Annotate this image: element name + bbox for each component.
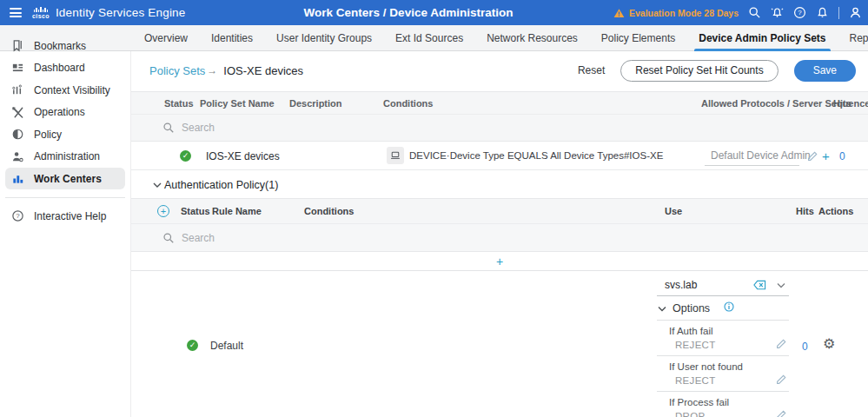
edit-option-icon[interactable]: [775, 409, 787, 417]
col-status: Status: [181, 206, 210, 216]
svg-text:?: ?: [798, 9, 802, 17]
tab-device-admin-policy-sets[interactable]: Device Admin Policy Sets: [699, 25, 825, 51]
add-policy-set-icon[interactable]: +: [822, 149, 830, 162]
policy-sets-table-header: Status Policy Set Name Description Condi…: [131, 91, 868, 114]
context-visibility-icon: [11, 83, 24, 96]
chevron-down-icon[interactable]: [777, 282, 785, 288]
policy-set-row: ✓ IOS-XE devices DEVICE·Device Type EQUA…: [131, 142, 868, 170]
identity-store-select[interactable]: svs.lab: [657, 275, 789, 296]
breadcrumb-policy-sets-link[interactable]: Policy Sets: [149, 64, 205, 77]
search-icon: [162, 232, 175, 244]
use-column-panel: svs.lab Options If Auth fail REJECT If U…: [657, 275, 789, 417]
option-if-process-fail: If Process fail DROP: [657, 392, 789, 417]
sidebar-item-label: Bookmarks: [34, 40, 86, 52]
notifications-bell-icon[interactable]: [816, 6, 829, 19]
edit-option-icon[interactable]: [775, 338, 787, 350]
sidebar-item-dashboard[interactable]: Dashboard: [5, 57, 125, 79]
interactive-help-icon: ?: [11, 209, 24, 222]
sidebar-item-policy[interactable]: Policy: [5, 123, 125, 145]
reset-button[interactable]: Reset: [578, 64, 605, 76]
authentication-policy-section-toggle[interactable]: Authentication Policy(1): [131, 176, 278, 194]
tab-user-identity-groups[interactable]: User Identity Groups: [276, 25, 372, 51]
bookmark-icon: [11, 39, 24, 52]
edit-option-icon[interactable]: [775, 374, 787, 386]
auth-policy-search-input[interactable]: [182, 232, 868, 244]
sidebar-item-label: Work Centers: [34, 173, 102, 185]
policy-sets-search-row: [131, 114, 868, 142]
auth-policy-search-row: [131, 223, 868, 252]
policy-set-name[interactable]: IOS-XE devices: [206, 150, 280, 162]
tab-network-resources[interactable]: Network Resources: [487, 25, 578, 51]
allowed-protocols-select[interactable]: Default Device Admin: [711, 149, 811, 162]
sidebar-item-operations[interactable]: Operations: [5, 102, 125, 123]
col-rule-name: Rule Name: [212, 206, 262, 216]
allowed-protocols-underline: [705, 165, 799, 166]
insert-rule-plus[interactable]: +: [496, 255, 503, 268]
policy-set-hits: 0: [839, 150, 845, 162]
announcements-icon[interactable]: [771, 6, 784, 19]
rule-name[interactable]: Default: [210, 340, 243, 352]
cisco-logo-bars-icon: [32, 7, 50, 12]
app-title: Identity Services Engine: [56, 6, 186, 19]
col-conditions: Conditions: [304, 206, 354, 216]
option-value: REJECT: [657, 340, 789, 350]
sidebar-item-label: Context Visibility: [34, 84, 110, 96]
search-icon[interactable]: [748, 6, 761, 19]
evaluation-mode-badge[interactable]: Evaluation Mode 28 Days: [613, 8, 739, 18]
add-rule-icon[interactable]: +: [157, 205, 169, 217]
rule-actions-gear-icon[interactable]: ⚙: [823, 337, 835, 351]
sidebar-item-label: Administration: [34, 150, 100, 162]
info-icon[interactable]: [724, 301, 734, 312]
sidebar-divider: [5, 197, 125, 198]
sidebar-item-work-centers[interactable]: Work Centers: [5, 168, 125, 189]
sidebar-item-administration[interactable]: Administration: [5, 146, 125, 168]
col-use: Use: [665, 206, 682, 216]
col-conditions: Conditions: [383, 98, 433, 109]
hamburger-menu-icon[interactable]: [10, 8, 22, 17]
col-description: Description: [289, 98, 342, 109]
policy-toolbar: Reset Reset Policy Set Hit Counts Save: [578, 56, 856, 84]
rule-hits: 0: [802, 341, 808, 353]
device-condition-icon[interactable]: [387, 147, 404, 164]
col-hits: Hits: [833, 98, 851, 109]
work-centers-icon: [11, 172, 24, 185]
sidebar-item-context-visibility[interactable]: Context Visibility: [5, 79, 125, 101]
tab-policy-elements[interactable]: Policy Elements: [601, 25, 675, 51]
policy-set-condition[interactable]: DEVICE·Device Type EQUALS All Device Typ…: [409, 150, 663, 161]
warning-triangle-icon: [613, 8, 625, 18]
col-hits: Hits: [796, 206, 814, 216]
tab-reports[interactable]: Reports: [850, 25, 868, 51]
main-content: Policy Sets → IOS-XE devices Reset Reset…: [130, 51, 868, 417]
reset-hit-counts-button[interactable]: Reset Policy Set Hit Counts: [620, 60, 778, 82]
status-enabled-icon[interactable]: ✓: [180, 150, 191, 162]
sidebar: Bookmarks Dashboard Context Visibility O…: [0, 35, 130, 417]
administration-icon: [11, 150, 24, 163]
clear-selection-icon[interactable]: [753, 280, 766, 290]
header-actions: Evaluation Mode 28 Days ?: [613, 0, 862, 25]
tab-identities[interactable]: Identities: [211, 25, 253, 51]
edit-policy-set-icon[interactable]: [806, 150, 818, 162]
tab-ext-id-sources[interactable]: Ext Id Sources: [395, 25, 463, 51]
account-icon[interactable]: [849, 6, 862, 19]
col-actions: Actions: [818, 206, 853, 216]
option-label: If User not found: [657, 361, 789, 372]
save-button[interactable]: Save: [794, 60, 856, 82]
sidebar-item-interactive-help[interactable]: ? Interactive Help: [5, 205, 125, 227]
evaluation-mode-label: Evaluation Mode 28 Days: [629, 8, 739, 18]
sidebar-item-bookmarks[interactable]: Bookmarks: [5, 35, 125, 56]
options-toggle[interactable]: Options: [657, 296, 789, 321]
header-divider: [838, 7, 839, 19]
help-icon[interactable]: ?: [793, 6, 806, 19]
policy-sets-search-input[interactable]: [182, 122, 868, 134]
sidebar-item-label: Interactive Help: [34, 210, 106, 222]
authentication-policy-title: Authentication Policy(1): [164, 179, 278, 191]
option-if-auth-fail: If Auth fail REJECT: [657, 321, 789, 356]
auth-rule-row-default: ✓ Default svs.lab Options If Auth fail R…: [131, 271, 868, 417]
tab-overview[interactable]: Overview: [144, 25, 188, 51]
app-header: cisco Identity Services Engine Work Cent…: [0, 0, 868, 25]
breadcrumb-arrow-icon: →: [207, 64, 217, 76]
chevron-down-icon: [658, 306, 666, 312]
rule-status-enabled-icon[interactable]: ✓: [187, 340, 198, 351]
insert-rule-row: +: [131, 252, 868, 271]
dashboard-icon: [11, 62, 24, 75]
